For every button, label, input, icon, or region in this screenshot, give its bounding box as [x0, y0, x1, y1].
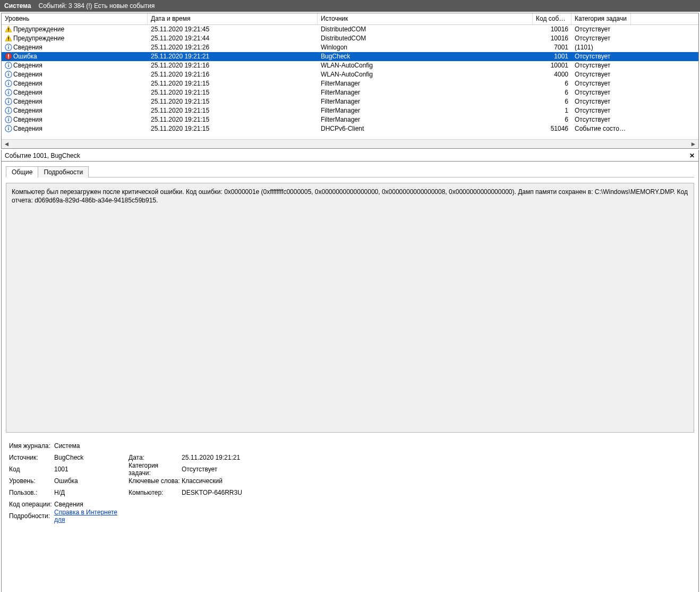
cell-source: WLAN-AutoConfig: [318, 70, 533, 79]
svg-rect-27: [8, 109, 9, 110]
app-name: Система: [4, 0, 31, 11]
svg-rect-18: [8, 82, 9, 83]
svg-rect-9: [8, 57, 9, 58]
svg-rect-14: [8, 74, 9, 76]
svg-rect-1: [8, 31, 8, 31]
cell-source: Winlogon: [318, 43, 533, 52]
horizontal-scrollbar[interactable]: ◄ ►: [2, 139, 698, 148]
svg-rect-26: [8, 110, 9, 112]
table-row[interactable]: Сведения25.11.2020 19:21:15FilterManager…: [2, 79, 698, 88]
cell-source: FilterManager: [318, 97, 533, 106]
prop-source-value: BugCheck: [54, 454, 129, 461]
svg-rect-29: [8, 119, 9, 121]
prop-more-label: Подробности:: [9, 512, 54, 520]
table-row[interactable]: Сведения25.11.2020 19:21:15DHCPv6-Client…: [2, 124, 698, 133]
details-pane: Общие Подробности Компьютер был перезагр…: [1, 162, 699, 592]
tab-strip: Общие Подробности: [6, 166, 694, 177]
svg-rect-24: [8, 100, 9, 101]
cell-date: 25.11.2020 19:21:45: [148, 25, 318, 34]
title-bar: Система Событий: 3 384 (!) Есть новые со…: [0, 0, 700, 12]
event-table: Уровень Дата и время Источник Код событи…: [1, 13, 699, 149]
cell-source: FilterManager: [318, 106, 533, 115]
cell-level: Сведения: [13, 116, 42, 123]
table-row[interactable]: Сведения25.11.2020 19:21:16WLAN-AutoConf…: [2, 61, 698, 70]
error-icon: [5, 53, 12, 60]
svg-rect-30: [8, 118, 9, 119]
table-row[interactable]: Сведения25.11.2020 19:21:16WLAN-AutoConf…: [2, 70, 698, 79]
table-row[interactable]: Предупреждение25.11.2020 19:21:44Distrib…: [2, 34, 698, 43]
svg-rect-6: [8, 46, 9, 47]
table-row[interactable]: Сведения25.11.2020 19:21:15FilterManager…: [2, 115, 698, 124]
cell-cat: Отсутствует: [571, 88, 631, 97]
cell-date: 25.11.2020 19:21:15: [148, 88, 318, 97]
cell-id: 10016: [533, 25, 571, 34]
cell-level: Предупреждение: [13, 26, 64, 33]
cell-id: 6: [533, 97, 571, 106]
table-row[interactable]: Сведения25.11.2020 19:21:15FilterManager…: [2, 106, 698, 115]
info-icon: [5, 71, 12, 78]
col-header-id[interactable]: Код события: [533, 13, 571, 24]
cell-level: Сведения: [13, 107, 42, 114]
info-icon: [5, 116, 12, 123]
cell-level: Сведения: [13, 125, 42, 132]
table-row[interactable]: Сведения25.11.2020 19:21:15FilterManager…: [2, 88, 698, 97]
prop-logname-value: Система: [54, 442, 129, 450]
cell-id: 6: [533, 88, 571, 97]
cell-level: Сведения: [13, 44, 42, 51]
event-description-text: Компьютер был перезагружен после критиче…: [12, 188, 688, 204]
prop-keyw-label: Ключевые слова:: [129, 477, 182, 485]
cell-date: 25.11.2020 19:21:16: [148, 61, 318, 70]
svg-rect-17: [8, 83, 9, 85]
info-icon: [5, 98, 12, 105]
details-header: Событие 1001, BugCheck ✕: [1, 150, 699, 162]
col-header-cat[interactable]: Категория задачи: [571, 13, 631, 24]
prop-op-value: Сведения: [54, 501, 129, 508]
cell-source: DistributedCOM: [318, 34, 533, 43]
table-row[interactable]: Ошибка25.11.2020 19:21:21BugCheck1001Отс…: [2, 52, 698, 61]
scroll-left-icon[interactable]: ◄: [3, 141, 11, 148]
table-body[interactable]: Предупреждение25.11.2020 19:21:45Distrib…: [2, 25, 698, 139]
table-row[interactable]: Сведения25.11.2020 19:21:26Winlogon7001(…: [2, 43, 698, 52]
svg-rect-0: [8, 28, 8, 30]
tab-details[interactable]: Подробности: [38, 166, 89, 177]
warning-icon: [5, 35, 12, 42]
cell-source: BugCheck: [318, 52, 533, 61]
prop-source-label: Источник:: [9, 454, 54, 461]
cell-id: 51046: [533, 124, 571, 133]
prop-cat-label: Категория задачи:: [129, 462, 182, 477]
cell-date: 25.11.2020 19:21:16: [148, 70, 318, 79]
col-header-level[interactable]: Уровень: [2, 13, 148, 24]
prop-date-label: Дата:: [129, 454, 182, 461]
cell-cat: Отсутствует: [571, 115, 631, 124]
table-row[interactable]: Сведения25.11.2020 19:21:15FilterManager…: [2, 97, 698, 106]
cell-source: FilterManager: [318, 115, 533, 124]
info-icon: [5, 62, 12, 69]
prop-code-value: 1001: [54, 466, 129, 473]
prop-comp-value: DESKTOP-646RR3U: [182, 489, 288, 496]
svg-rect-11: [8, 65, 9, 67]
svg-rect-32: [8, 128, 9, 130]
svg-rect-8: [8, 54, 9, 57]
cell-date: 25.11.2020 19:21:26: [148, 43, 318, 52]
cell-cat: Отсутствует: [571, 97, 631, 106]
prop-code-label: Код: [9, 466, 54, 473]
svg-rect-15: [8, 73, 9, 74]
cell-date: 25.11.2020 19:21:15: [148, 106, 318, 115]
col-header-date[interactable]: Дата и время: [148, 13, 318, 24]
tab-general[interactable]: Общие: [6, 166, 38, 177]
close-icon[interactable]: ✕: [688, 151, 696, 160]
col-header-source[interactable]: Источник: [318, 13, 533, 24]
prop-comp-label: Компьютер:: [129, 489, 182, 496]
cell-level: Ошибка: [13, 53, 37, 60]
prop-level-label: Уровень:: [9, 477, 54, 485]
cell-id: 7001: [533, 43, 571, 52]
cell-date: 25.11.2020 19:21:15: [148, 115, 318, 124]
svg-rect-3: [8, 40, 8, 40]
online-help-link[interactable]: Справка в Интернете для: [54, 509, 129, 523]
scroll-right-icon[interactable]: ►: [689, 141, 697, 148]
cell-cat: (1101): [571, 43, 631, 52]
cell-date: 25.11.2020 19:21:15: [148, 124, 318, 133]
table-row[interactable]: Предупреждение25.11.2020 19:21:45Distrib…: [2, 25, 698, 34]
prop-level-value: Ошибка: [54, 477, 129, 485]
cell-id: 1001: [533, 52, 571, 61]
